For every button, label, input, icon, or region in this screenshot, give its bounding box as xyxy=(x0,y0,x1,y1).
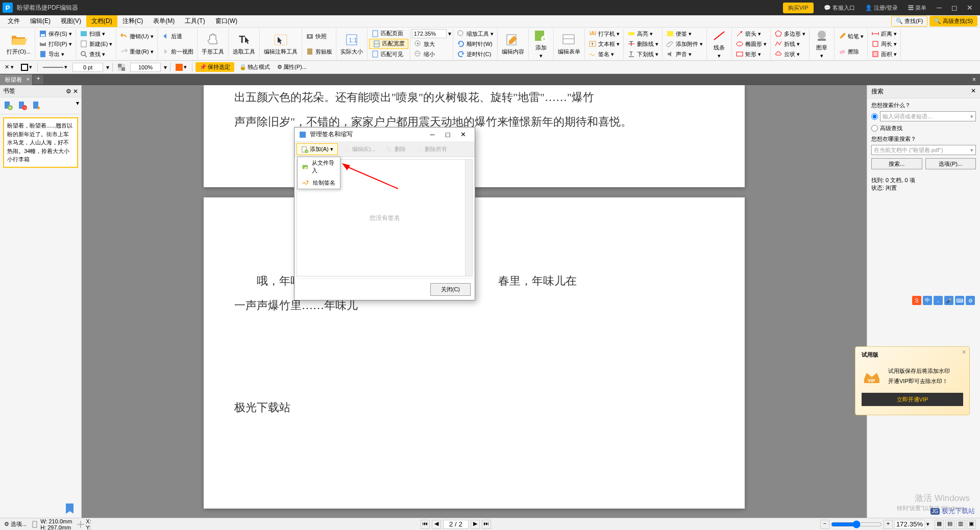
redo-button[interactable]: 重做(R) ▾ xyxy=(118,47,155,56)
search-options-button[interactable]: 选项(P)... xyxy=(925,158,976,169)
attach-button[interactable]: 添加附件 ▾ xyxy=(664,39,705,48)
select-tool[interactable]: T选取工具 xyxy=(230,32,258,57)
new-tab-button[interactable]: + xyxy=(33,75,43,84)
advanced-search-radio[interactable]: 高级查找 xyxy=(871,124,976,132)
add-signature-button[interactable]: + 添加(A) ▾ xyxy=(297,143,338,155)
opacity-input[interactable] xyxy=(130,63,161,72)
delete-all-signatures-button[interactable]: 删除所有 xyxy=(411,143,452,155)
menu-view[interactable]: 视图(V) xyxy=(56,15,86,27)
snapshot-button[interactable]: 快照 xyxy=(304,32,329,41)
underline-button[interactable]: T下划线 ▾ xyxy=(625,49,660,59)
dialog-maximize-button[interactable]: ◻ xyxy=(440,131,455,138)
zoom-in-button[interactable]: +放大 xyxy=(412,39,437,48)
distance-tool[interactable]: 距离 ▾ xyxy=(869,29,899,38)
find-button-ribbon[interactable]: 查找 ▾ xyxy=(78,49,107,59)
buy-vip-button[interactable]: 购买VIP xyxy=(783,3,814,13)
zoom-out-status-button[interactable]: − xyxy=(820,520,829,529)
advanced-find-button[interactable]: 🔍 高级查找(S) xyxy=(929,16,977,27)
edit-form-button[interactable]: 编辑表单 xyxy=(555,32,583,57)
back-button[interactable]: 后退 xyxy=(159,32,184,41)
line-tool[interactable]: 线条 ▾ xyxy=(708,28,730,60)
edit-content-button[interactable]: 编辑内容 xyxy=(499,32,527,57)
ime-logo-icon[interactable]: S xyxy=(912,296,921,305)
login-button[interactable]: 👤 注册/登录 xyxy=(860,2,903,14)
add-button[interactable]: +添加 ▾ xyxy=(530,28,552,60)
zoom-tool-button[interactable]: 缩放工具 ▾ xyxy=(455,29,496,38)
document-tab[interactable]: 盼望着× xyxy=(0,74,32,85)
stamp-button[interactable]: 图章 ▾ xyxy=(811,28,832,60)
first-page-button[interactable]: ⏮ xyxy=(421,520,430,529)
menu-file[interactable]: 文件 xyxy=(3,15,25,27)
fit-visible-button[interactable]: 匹配可见 xyxy=(369,49,405,59)
print-button[interactable]: 打印(P) ▾ xyxy=(37,39,74,48)
search-execute-button[interactable]: 搜索... xyxy=(871,158,922,169)
ime-punct-button[interactable]: ， xyxy=(934,296,943,305)
menu-document[interactable]: 文档(D) xyxy=(86,15,117,27)
line-width-input[interactable] xyxy=(72,63,103,72)
search-close-button[interactable]: ✕ xyxy=(971,87,976,96)
search-text-radio[interactable]: 输入词语或者短语...▾ xyxy=(871,111,976,121)
rotate-cw-button[interactable]: 顺时针(W) xyxy=(455,39,495,48)
keep-selected-button[interactable]: 📌 保持选定 xyxy=(195,62,234,72)
typewriter-button[interactable]: IAI打字机 ▾ xyxy=(586,29,622,38)
polyline-tool[interactable]: 折线 ▾ xyxy=(772,39,802,48)
ime-keyboard-button[interactable]: ⌨ xyxy=(955,296,964,305)
fill-color-picker[interactable]: ▾ xyxy=(174,63,189,72)
sticky-note-button[interactable]: 便签 ▾ xyxy=(664,29,694,38)
dialog-close-ok-button[interactable]: 关闭(C) xyxy=(430,283,471,296)
ime-mic-button[interactable]: 🎤 xyxy=(944,296,953,305)
zoom-out-button[interactable]: −缩小 xyxy=(412,49,437,59)
page-number-input[interactable] xyxy=(443,520,469,529)
opacity-pattern[interactable] xyxy=(116,63,127,72)
close-all-tabs-button[interactable]: × xyxy=(968,76,980,83)
upgrade-vip-button[interactable]: 立即开通VIP xyxy=(862,393,963,406)
highlight-button[interactable]: 高亮 ▾ xyxy=(625,29,655,38)
support-button[interactable]: 💬 客服入口 xyxy=(819,2,860,14)
tab-close-icon[interactable]: × xyxy=(27,76,30,82)
menu-tools[interactable]: 工具(T) xyxy=(180,15,210,27)
eraser-tool[interactable]: 擦除 xyxy=(836,47,861,56)
open-button[interactable]: 打开(O)... xyxy=(4,32,33,57)
bookmarks-options-button[interactable]: ⚙ ✕ xyxy=(66,88,78,95)
next-page-button[interactable]: ▶ xyxy=(471,520,480,529)
annotation-tool[interactable]: 编辑注释工具 xyxy=(261,32,300,57)
menu-edit[interactable]: 编辑(E) xyxy=(25,15,56,27)
dialog-scrollbar[interactable] xyxy=(465,160,472,276)
properties-button[interactable]: ⚙ 属性(P)... xyxy=(275,62,309,72)
delete-bookmark-button[interactable]: − xyxy=(16,99,29,112)
forward-button[interactable]: 前一视图 xyxy=(159,47,195,56)
area-tool[interactable]: 面积 ▾ xyxy=(869,49,899,59)
fit-width-button[interactable]: 匹配宽度 xyxy=(369,39,408,49)
new-button[interactable]: 新建(E) ▾ xyxy=(78,39,115,48)
close-tb-button[interactable]: ✕ ▾ xyxy=(3,63,16,71)
bookmark-action-button[interactable] xyxy=(31,99,43,112)
bookmark-item[interactable]: 盼望着，盼望着......翘首以盼的新年近了。街市上车水马龙，人山人海，好不热闹… xyxy=(3,117,78,168)
menu-forms[interactable]: 表单(M) xyxy=(148,15,180,27)
oval-tool[interactable]: 椭圆形 ▾ xyxy=(733,39,769,48)
view-mode-buttons[interactable]: ▦▤▥▣ xyxy=(935,520,976,529)
textbox-button[interactable]: T文本框 ▾ xyxy=(586,39,622,48)
signature-button[interactable]: 签名 ▾ xyxy=(586,49,616,59)
zoom-in-status-button[interactable]: + xyxy=(884,520,893,529)
last-page-button[interactable]: ⏭ xyxy=(482,520,491,529)
dialog-minimize-button[interactable]: ─ xyxy=(425,131,440,138)
line-style-picker[interactable]: ▾ xyxy=(41,63,69,71)
menu-window[interactable]: 窗口(W) xyxy=(210,15,242,27)
perimeter-tool[interactable]: 周长 ▾ xyxy=(869,39,899,48)
hand-tool[interactable]: 手形工具 xyxy=(199,32,227,57)
maximize-button[interactable]: ◻ xyxy=(947,4,962,12)
zoom-level-input[interactable] xyxy=(894,520,925,529)
main-menu-button[interactable]: ☰ 菜单 xyxy=(903,2,932,14)
edit-signature-button[interactable]: 编辑(E)... xyxy=(339,143,380,155)
cloud-tool[interactable]: 云状 ▾ xyxy=(772,49,802,59)
save-button[interactable]: 保存(S) ▾ xyxy=(37,29,74,38)
export-button[interactable]: 导出 ▾ xyxy=(37,49,66,59)
rotate-ccw-button[interactable]: 逆时针(C) xyxy=(455,49,493,59)
trial-close-button[interactable]: ✕ xyxy=(962,349,966,356)
search-scope-combo[interactable]: 在当前文档中 ("盼望着.pdf")▾ xyxy=(871,145,976,155)
pencil-tool[interactable]: 铅笔 ▾ xyxy=(836,32,866,41)
arrow-tool[interactable]: 箭头 ▾ xyxy=(733,29,763,38)
draw-signature-item[interactable]: 绘制签名 xyxy=(298,176,340,189)
delete-signature-button[interactable]: 删除 xyxy=(381,143,410,155)
actual-size-button[interactable]: 1:1实际大小 xyxy=(338,32,365,57)
